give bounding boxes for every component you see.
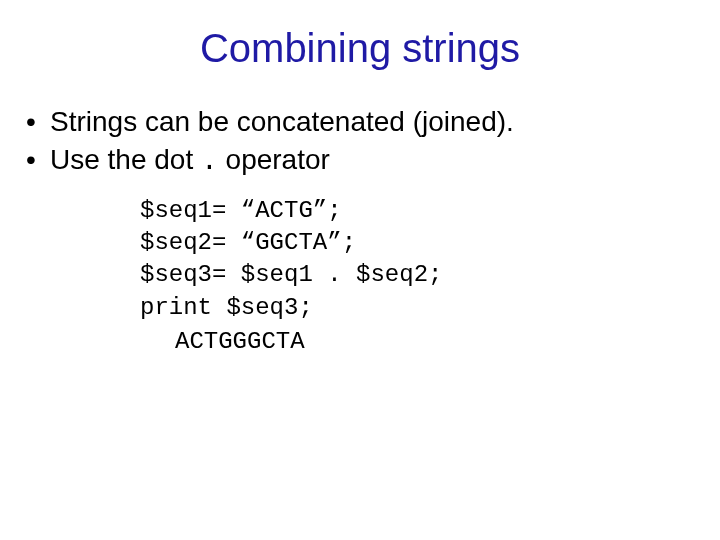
slide: Combining strings Strings can be concate… (0, 0, 720, 540)
code-line: print $seq3; (140, 294, 313, 321)
bullet-text: Strings can be concatenated (joined). (50, 106, 514, 137)
bullet-list: Strings can be concatenated (joined). Us… (26, 103, 700, 181)
dot-operator: . (201, 146, 218, 177)
bullet-text-suffix: operator (218, 144, 330, 175)
bullet-item: Strings can be concatenated (joined). (26, 103, 700, 141)
code-output: ACTGGGCTA (175, 326, 700, 358)
code-line: $seq3= $seq1 . $seq2; (140, 261, 442, 288)
code-line: $seq2= “GGCTA”; (140, 229, 356, 256)
bullet-item: Use the dot . operator (26, 141, 700, 181)
bullet-text-prefix: Use the dot (50, 144, 201, 175)
slide-title: Combining strings (20, 26, 700, 71)
code-line: $seq1= “ACTG”; (140, 197, 342, 224)
code-block: $seq1= “ACTG”; $seq2= “GGCTA”; $seq3= $s… (140, 195, 700, 325)
